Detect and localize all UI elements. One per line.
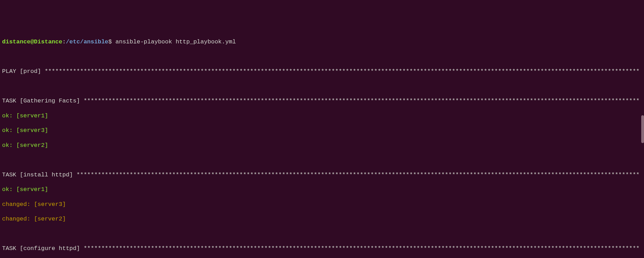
scrollbar-thumb[interactable] bbox=[641, 115, 644, 143]
task-label: TASK [configure httpd] bbox=[2, 245, 84, 252]
task-label: TASK [Gathering Facts] bbox=[2, 98, 84, 104]
blank-line bbox=[2, 230, 642, 238]
task-result: ok: [server1] bbox=[2, 112, 642, 119]
prompt-host: Distance bbox=[34, 39, 62, 45]
task-label: TASK [install httpd] bbox=[2, 172, 76, 178]
task-stars: ****************************************… bbox=[76, 172, 639, 178]
task-result: changed: [server3] bbox=[2, 201, 642, 208]
prompt-user: distance bbox=[2, 39, 31, 45]
task-header: TASK [install httpd] *******************… bbox=[2, 171, 642, 178]
blank-line bbox=[2, 83, 642, 90]
play-header: PLAY [prod] ****************************… bbox=[2, 68, 642, 75]
task-result: changed: [server2] bbox=[2, 215, 642, 223]
blank-line bbox=[2, 156, 642, 164]
play-label: PLAY [prod] bbox=[2, 68, 44, 75]
task-header: TASK [configure httpd] *****************… bbox=[2, 245, 642, 252]
blank-line bbox=[2, 53, 642, 60]
prompt-path: /etc/ansible bbox=[66, 39, 108, 45]
terminal-output[interactable]: distance@Distance:/etc/ansible$ ansible-… bbox=[2, 31, 642, 258]
prompt-dollar: $ bbox=[108, 39, 112, 45]
command-text: ansible-playbook http_playbook.yml bbox=[112, 39, 236, 45]
play-stars: ****************************************… bbox=[44, 68, 639, 75]
task-stars: ****************************************… bbox=[84, 245, 640, 252]
task-stars: ****************************************… bbox=[84, 98, 640, 104]
task-result: ok: [server3] bbox=[2, 127, 642, 134]
task-result: ok: [server1] bbox=[2, 186, 642, 193]
prompt-at: @ bbox=[31, 39, 34, 45]
prompt-colon: : bbox=[62, 39, 66, 45]
prompt-line: distance@Distance:/etc/ansible$ ansible-… bbox=[2, 38, 642, 45]
task-header: TASK [Gathering Facts] *****************… bbox=[2, 97, 642, 105]
task-result: ok: [server2] bbox=[2, 142, 642, 149]
